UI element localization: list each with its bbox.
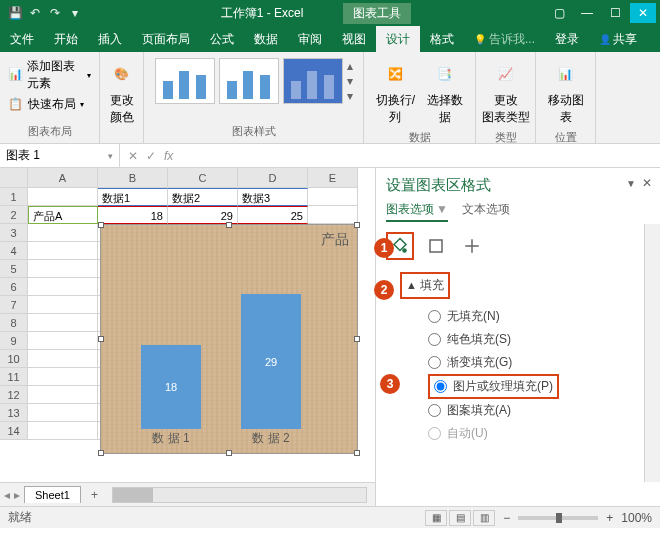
save-icon[interactable]: 💾 — [8, 6, 22, 20]
location-group-label: 位置 — [555, 128, 577, 145]
sheet-nav-prev-icon[interactable]: ◂ — [4, 488, 10, 502]
svg-point-0 — [402, 248, 407, 253]
enter-icon[interactable]: ✓ — [146, 149, 156, 163]
change-colors-button[interactable]: 🎨更改 颜色 — [102, 56, 142, 128]
type-group-label: 类型 — [495, 128, 517, 145]
minimize-icon[interactable]: — — [574, 3, 600, 23]
fx-icon[interactable]: fx — [164, 149, 173, 163]
chart-tools-title: 图表工具 — [343, 3, 411, 24]
zoom-slider[interactable] — [518, 516, 598, 520]
qat-dropdown-icon[interactable]: ▾ — [68, 6, 82, 20]
add-chart-element-button[interactable]: 📊添加图表元素▾ — [6, 56, 93, 94]
status-ready: 就绪 — [8, 509, 32, 526]
pane-scrollbar[interactable] — [644, 224, 660, 482]
tab-design[interactable]: 设计 — [376, 26, 420, 52]
gallery-down-icon[interactable]: ▾ — [347, 74, 353, 88]
title-bar: 💾 ↶ ↷ ▾ 工作簿1 - Excel 图表工具 ▢ — ☐ ✕ — [0, 0, 660, 26]
embedded-chart[interactable]: 产品 1829 数 据 1数 据 2 — [100, 224, 358, 454]
fill-option-gradient[interactable]: 渐变填充(G) — [428, 351, 650, 374]
chart-title[interactable]: 产品 — [101, 225, 357, 255]
gallery-up-icon[interactable]: ▴ — [347, 59, 353, 73]
fill-option-picture-texture[interactable]: 图片或纹理填充(P) — [428, 374, 559, 399]
tab-signin[interactable]: 登录 — [545, 26, 589, 52]
zoom-level[interactable]: 100% — [621, 511, 652, 525]
tab-insert[interactable]: 插入 — [88, 26, 132, 52]
select-data-button[interactable]: 📑选择数据 — [421, 56, 469, 128]
callout-1: 1 — [374, 238, 394, 258]
size-properties-icon[interactable] — [458, 232, 486, 260]
format-chart-area-pane: ▼ ✕ 设置图表区格式 图表选项▼ 文本选项 1 2 ▲ 填充 无填充(N) 纯… — [375, 168, 660, 506]
maximize-icon[interactable]: ☐ — [602, 3, 628, 23]
effects-icon[interactable] — [422, 232, 450, 260]
ribbon: 📊添加图表元素▾ 📋快速布局▾ 图表布局 🎨更改 颜色 ▴▾▾ 图表样式 🔀切换… — [0, 52, 660, 144]
document-title: 工作簿1 - Excel — [221, 5, 304, 22]
name-box[interactable]: 图表 1▾ — [0, 144, 120, 167]
chart-style-3[interactable] — [283, 58, 343, 104]
chart-plot-area[interactable]: 1829 — [121, 265, 353, 429]
tab-share[interactable]: 共享 — [589, 26, 647, 52]
pane-tab-chart-options[interactable]: 图表选项▼ — [386, 201, 448, 222]
fill-option-pattern[interactable]: 图案填充(A) — [428, 399, 650, 422]
status-bar: 就绪 ▦ ▤ ▥ − + 100% — [0, 506, 660, 528]
chart-x-axis: 数 据 1数 据 2 — [121, 430, 353, 447]
pane-tab-text-options[interactable]: 文本选项 — [462, 201, 510, 222]
undo-icon[interactable]: ↶ — [28, 6, 42, 20]
change-chart-type-button[interactable]: 📈更改 图表类型 — [478, 56, 534, 128]
data-group-label: 数据 — [409, 128, 431, 145]
callout-2: 2 — [374, 280, 394, 300]
sheet-tab-1[interactable]: Sheet1 — [24, 486, 81, 503]
styles-group-label: 图表样式 — [232, 122, 276, 139]
sheet-nav-next-icon[interactable]: ▸ — [14, 488, 20, 502]
switch-row-col-button[interactable]: 🔀切换行/列 — [370, 56, 421, 128]
tab-data[interactable]: 数据 — [244, 26, 288, 52]
layout-group-label: 图表布局 — [28, 122, 72, 139]
pane-options-icon[interactable]: ▼ — [626, 178, 636, 189]
tab-home[interactable]: 开始 — [44, 26, 88, 52]
chart-style-1[interactable] — [155, 58, 215, 104]
gallery-more-icon[interactable]: ▾ — [347, 89, 353, 103]
zoom-in-icon[interactable]: + — [606, 511, 613, 525]
tab-file[interactable]: 文件 — [0, 26, 44, 52]
normal-view-icon[interactable]: ▦ — [425, 510, 447, 526]
fill-section-header[interactable]: ▲ 填充 — [400, 272, 450, 299]
callout-3: 3 — [380, 374, 400, 394]
ribbon-tabs: 文件 开始 插入 页面布局 公式 数据 审阅 视图 设计 格式 告诉我... 登… — [0, 26, 660, 52]
chart-styles-gallery[interactable]: ▴▾▾ — [153, 56, 355, 106]
tab-format[interactable]: 格式 — [420, 26, 464, 52]
close-icon[interactable]: ✕ — [630, 3, 656, 23]
cancel-icon[interactable]: ✕ — [128, 149, 138, 163]
page-break-view-icon[interactable]: ▥ — [473, 510, 495, 526]
tab-view[interactable]: 视图 — [332, 26, 376, 52]
tab-page-layout[interactable]: 页面布局 — [132, 26, 200, 52]
chart-style-2[interactable] — [219, 58, 279, 104]
ribbon-options-icon[interactable]: ▢ — [546, 3, 572, 23]
horizontal-scrollbar[interactable] — [112, 487, 367, 503]
worksheet-area[interactable]: ABCDE1数据1数据2数据32产品A182925345678910111213… — [0, 168, 375, 506]
redo-icon[interactable]: ↷ — [48, 6, 62, 20]
page-layout-view-icon[interactable]: ▤ — [449, 510, 471, 526]
tab-tell-me[interactable]: 告诉我... — [464, 26, 545, 52]
tab-review[interactable]: 审阅 — [288, 26, 332, 52]
move-chart-button[interactable]: 📊移动图表 — [542, 56, 589, 128]
formula-bar-row: 图表 1▾ ✕ ✓ fx — [0, 144, 660, 168]
quick-access-toolbar: 💾 ↶ ↷ ▾ — [0, 6, 90, 20]
pane-close-icon[interactable]: ✕ — [642, 176, 652, 190]
fill-option-solid[interactable]: 纯色填充(S) — [428, 328, 650, 351]
zoom-out-icon[interactable]: − — [503, 511, 510, 525]
add-sheet-button[interactable]: + — [85, 488, 104, 502]
quick-layout-button[interactable]: 📋快速布局▾ — [6, 94, 93, 115]
tab-formulas[interactable]: 公式 — [200, 26, 244, 52]
fill-option-auto[interactable]: 自动(U) — [428, 422, 650, 445]
sheet-tabs-bar: ◂ ▸ Sheet1 + — [0, 482, 375, 506]
pane-title: 设置图表区格式 — [386, 176, 650, 195]
fill-option-none[interactable]: 无填充(N) — [428, 305, 650, 328]
